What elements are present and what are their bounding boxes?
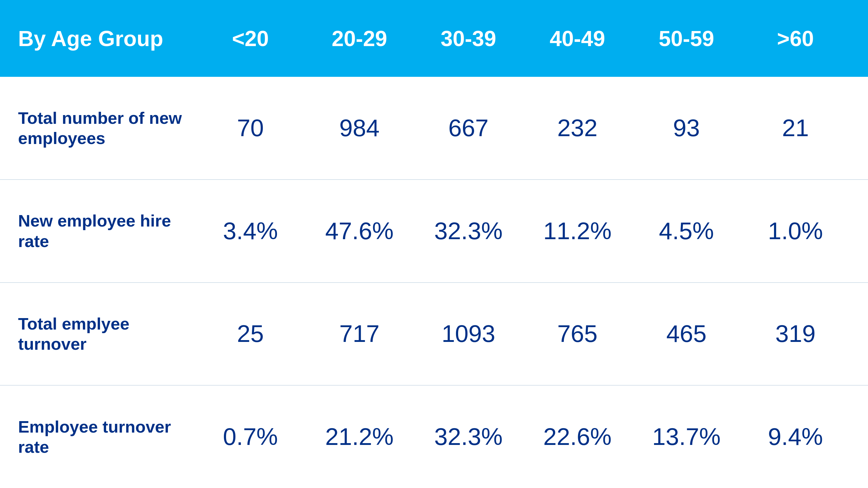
row-3-val-1: 21.2% <box>305 423 414 451</box>
row-2-val-1: 717 <box>305 320 414 348</box>
row-0-val-2: 667 <box>414 114 523 142</box>
header-col-2: 20-29 <box>305 26 414 51</box>
row-3-val-4: 13.7% <box>632 423 741 451</box>
main-table: By Age Group <20 20-29 30-39 40-49 50-59… <box>0 0 868 488</box>
header-row: By Age Group <20 20-29 30-39 40-49 50-59… <box>0 0 868 77</box>
row-0-val-0: 70 <box>196 114 305 142</box>
row-0-val-4: 93 <box>632 114 741 142</box>
row-1-val-4: 4.5% <box>632 217 741 245</box>
row-1-val-0: 3.4% <box>196 217 305 245</box>
row-2-val-4: 465 <box>632 320 741 348</box>
row-3-val-3: 22.6% <box>523 423 632 451</box>
row-1-val-5: 1.0% <box>741 217 850 245</box>
header-col-5: 50-59 <box>632 26 741 51</box>
row-label-0: Total number of new employees <box>18 108 196 148</box>
header-col-4: 40-49 <box>523 26 632 51</box>
row-3-val-0: 0.7% <box>196 423 305 451</box>
row-0-val-3: 232 <box>523 114 632 142</box>
row-2-val-5: 319 <box>741 320 850 348</box>
row-1-val-1: 47.6% <box>305 217 414 245</box>
row-2-val-2: 1093 <box>414 320 523 348</box>
row-total-employee-turnover: Total emplyee turnover 25 717 1093 765 4… <box>0 283 868 386</box>
row-1-val-3: 11.2% <box>523 217 632 245</box>
data-rows: Total number of new employees 70 984 667… <box>0 77 868 488</box>
row-label-1: New employee hire rate <box>18 210 196 251</box>
row-2-val-3: 765 <box>523 320 632 348</box>
row-3-val-2: 32.3% <box>414 423 523 451</box>
header-col-1: <20 <box>196 26 305 51</box>
row-label-3: Employee turnover rate <box>18 417 196 457</box>
row-3-val-5: 9.4% <box>741 423 850 451</box>
row-2-val-0: 25 <box>196 320 305 348</box>
row-employee-turnover-rate: Employee turnover rate 0.7% 21.2% 32.3% … <box>0 386 868 488</box>
row-0-val-1: 984 <box>305 114 414 142</box>
header-col-3: 30-39 <box>414 26 523 51</box>
row-1-val-2: 32.3% <box>414 217 523 245</box>
row-0-val-5: 21 <box>741 114 850 142</box>
header-label: By Age Group <box>18 26 196 51</box>
row-label-2: Total emplyee turnover <box>18 314 196 354</box>
header-col-6: >60 <box>741 26 850 51</box>
row-total-new-employees: Total number of new employees 70 984 667… <box>0 77 868 180</box>
row-new-employee-hire-rate: New employee hire rate 3.4% 47.6% 32.3% … <box>0 180 868 283</box>
